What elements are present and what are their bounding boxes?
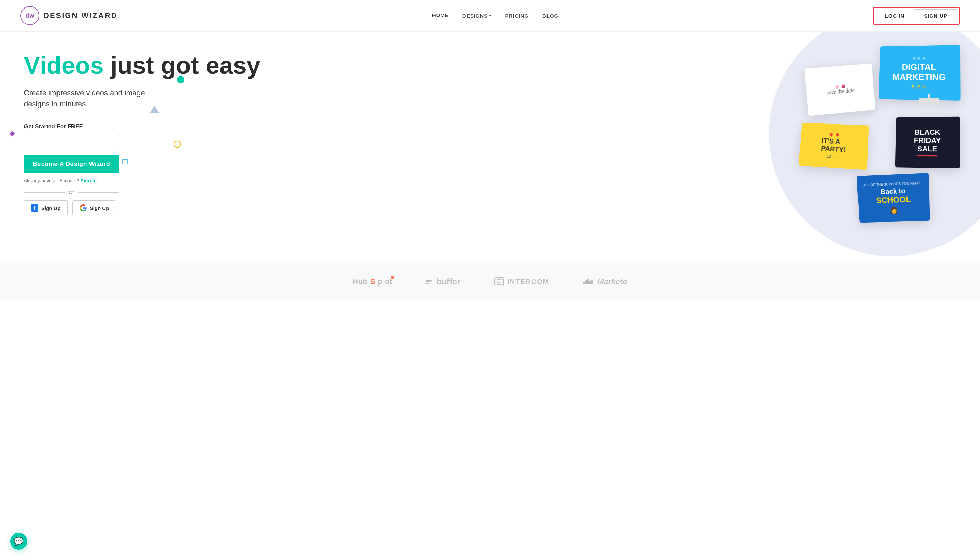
- hero-section: Videos just got easy Create impressive v…: [0, 32, 980, 263]
- marketo-text: Marketo: [598, 277, 627, 286]
- social-buttons: f Sign Up Sign Up: [24, 200, 518, 215]
- or-divider: Or: [24, 190, 119, 195]
- or-line-right: [78, 192, 119, 193]
- marketo-icon: [583, 279, 593, 284]
- nav-home[interactable]: HOME: [432, 12, 449, 19]
- main-nav: HOME DESIGNS ▾ PRICING BLOG: [432, 12, 558, 19]
- monitor-base: [919, 98, 939, 105]
- intercom-text: INTERCOM: [507, 278, 549, 286]
- hero-right: ✦ ✦ ✦ DIGITALMARKETING 💡 🔑 ✏️ 🌸 🌺 save t…: [539, 32, 980, 263]
- marketo-logo: Marketo: [583, 277, 627, 286]
- triangle-decoration: [150, 106, 159, 113]
- intercom-logo: INTERCOM: [495, 277, 549, 287]
- facebook-signup-button[interactable]: f Sign Up: [24, 200, 68, 215]
- buffer-text: buffer: [436, 277, 460, 287]
- sign-in-link[interactable]: Sign-In: [81, 178, 97, 183]
- auth-buttons-container: LOG IN SIGN UP: [873, 7, 960, 25]
- nav-pricing[interactable]: PRICING: [505, 13, 529, 19]
- diamond-decoration: [10, 131, 15, 137]
- hero-heading-colored: Videos: [24, 52, 104, 79]
- hero-subtitle: Create impressive videos and image desig…: [24, 87, 160, 110]
- chevron-down-icon: ▾: [489, 13, 492, 18]
- card-save-date: 🌸 🌺 save the date: [804, 63, 875, 117]
- card-digital-marketing: ✦ ✦ ✦ DIGITALMARKETING 💡 🔑 ✏️: [878, 45, 961, 101]
- or-line-left: [24, 192, 65, 193]
- logo-circle: dw: [20, 6, 40, 25]
- buffer-logo: buffer: [426, 277, 460, 287]
- google-signup-button[interactable]: Sign Up: [72, 200, 117, 215]
- logo-letters: dw: [25, 12, 35, 19]
- hero-heading: Videos just got easy: [24, 52, 518, 79]
- card-party: 🎈 🎈 IT'S APARTY! 12 ——: [798, 123, 869, 170]
- facebook-icon: f: [31, 204, 38, 212]
- teal-dot-decoration: [177, 76, 185, 83]
- or-text: Or: [69, 190, 74, 195]
- hero-heading-rest: just got easy: [104, 52, 260, 79]
- logo-brand-name: DESIGN WIZARD: [43, 11, 117, 20]
- nav-designs[interactable]: DESIGNS ▾: [462, 13, 492, 19]
- nav-blog[interactable]: BLOG: [542, 13, 558, 19]
- hero-left: Videos just got easy Create impressive v…: [0, 32, 539, 263]
- hero-visuals: ✦ ✦ ✦ DIGITALMARKETING 💡 🔑 ✏️ 🌸 🌺 save t…: [539, 32, 980, 263]
- already-account-text: Already have an Account? Sign-In: [24, 178, 518, 183]
- get-started-label: Get Started For FREE: [24, 123, 518, 130]
- circle-outline-decoration: [173, 140, 181, 148]
- card-black-friday: BLACKFRIDAYSALE: [895, 117, 960, 168]
- become-wizard-button[interactable]: Become A Design Wizard: [24, 155, 119, 173]
- hubspot-logo: Hub S p ot: [353, 277, 392, 286]
- login-button[interactable]: LOG IN: [875, 10, 914, 22]
- buffer-icon: [426, 280, 432, 284]
- card-back-school: ALL OF THE SUPPLIES YOU NEED... Back toS…: [857, 173, 930, 223]
- email-input[interactable]: [24, 134, 119, 150]
- intercom-icon: [495, 277, 504, 287]
- google-icon: [80, 204, 87, 212]
- square-outline-decoration: [122, 159, 128, 164]
- header: dw DESIGN WIZARD HOME DESIGNS ▾ PRICING …: [0, 0, 980, 32]
- brands-section: Hub S p ot buffer INTERCOM: [0, 263, 980, 300]
- signup-button[interactable]: SIGN UP: [914, 9, 957, 22]
- logo-area: dw DESIGN WIZARD: [20, 6, 117, 25]
